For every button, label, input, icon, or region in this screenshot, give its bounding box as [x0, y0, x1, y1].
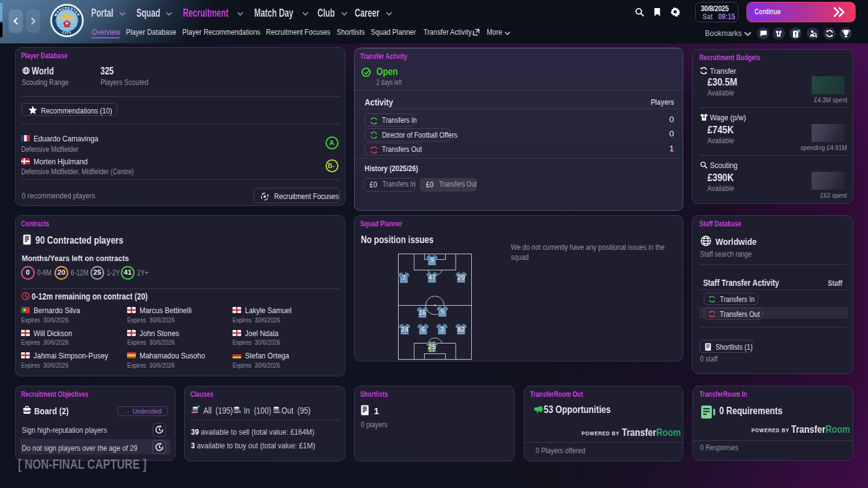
- svg-text:24: 24: [401, 326, 409, 333]
- svg-text:5: 5: [440, 308, 444, 315]
- svg-text:16: 16: [418, 309, 426, 316]
- svg-text:82: 82: [458, 326, 465, 333]
- svg-text:18: 18: [55, 20, 57, 22]
- svg-text:25: 25: [428, 343, 436, 350]
- svg-text:20: 20: [458, 273, 465, 281]
- svg-text:6: 6: [421, 326, 425, 333]
- svg-text:47: 47: [428, 273, 436, 281]
- svg-text:7: 7: [402, 274, 405, 282]
- svg-text:3: 3: [440, 326, 444, 333]
- svg-text:9: 9: [430, 256, 434, 264]
